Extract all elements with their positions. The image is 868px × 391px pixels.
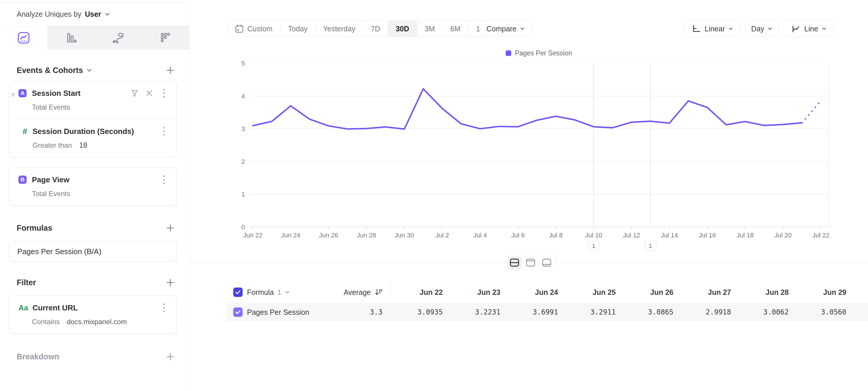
session-start-section: A Session Start Total Events [9, 81, 177, 119]
add-breakdown-button[interactable] [164, 351, 176, 363]
page-view-section: B Page View Total Events [9, 168, 177, 205]
row-series-name: Pages Per Session [247, 308, 338, 316]
tab-bar-report[interactable] [48, 26, 95, 50]
breakdown-header: Breakdown [17, 351, 176, 363]
line-chart[interactable]: 012345Jun 22Jun 24Jun 26Jun 28Jun 30Jul … [189, 0, 868, 264]
chevron-down-icon [105, 12, 110, 17]
breakdown-title: Breakdown [17, 352, 59, 361]
formula-column-header[interactable]: Formula 1 [247, 288, 338, 297]
event-b-card[interactable]: B Page View Total Events [9, 167, 177, 206]
svg-text:Jul 18: Jul 18 [737, 231, 754, 239]
current-url-section: Aa Current URL Containsdocs.mixpanel.com [9, 296, 177, 334]
filter-property[interactable]: Current URL [32, 303, 154, 312]
filter-condition[interactable]: Containsdocs.mixpanel.com [32, 318, 169, 326]
add-filter-button[interactable] [164, 277, 176, 288]
add-formula-button[interactable] [164, 222, 176, 234]
event-b-name[interactable]: Page View [32, 175, 154, 184]
date-column-header[interactable]: Jun 22 [390, 288, 447, 297]
average-column-header[interactable]: Average [338, 288, 384, 297]
cell-value: 3.0865 [620, 308, 678, 316]
insights-report-page: Analyze Uniques by User [0, 0, 868, 391]
svg-text:4: 4 [242, 93, 245, 100]
remove-event-icon[interactable] [144, 88, 154, 98]
numeric-property-icon: # [21, 127, 28, 136]
event-a-card[interactable]: A Session Start Total Events # [9, 81, 177, 158]
filter-operator[interactable]: Contains [32, 318, 60, 326]
session-duration-section: # Session Duration (Seconds) Greater tha… [9, 119, 177, 157]
date-column-header[interactable]: Jun 23 [447, 288, 505, 297]
event-a-name[interactable]: Session Start [32, 89, 125, 98]
table-view-toggle[interactable] [539, 256, 554, 269]
kebab-menu-icon[interactable] [159, 175, 169, 185]
cell-value: 3.0935 [390, 308, 447, 316]
row-checkbox[interactable] [233, 307, 243, 317]
formula-expression[interactable]: Pages Per Session (B/A) [17, 247, 101, 256]
tab-insights[interactable] [0, 26, 48, 50]
event-b-measure[interactable]: Total Events [32, 190, 169, 198]
svg-text:Jul 2: Jul 2 [435, 231, 449, 239]
query-builder-sidebar: Analyze Uniques by User [0, 3, 189, 391]
svg-text:0: 0 [242, 223, 245, 231]
svg-text:1: 1 [649, 243, 652, 249]
select-all-checkbox[interactable] [233, 287, 243, 297]
formulas-header: Formulas [17, 222, 176, 234]
kebab-menu-icon[interactable] [159, 88, 169, 98]
analyze-value-dropdown[interactable]: User [85, 10, 101, 19]
svg-text:1: 1 [242, 191, 245, 198]
svg-text:Jun 28: Jun 28 [357, 231, 376, 239]
svg-text:Jun 22: Jun 22 [243, 231, 262, 239]
filter-funnel-icon[interactable] [130, 88, 140, 98]
svg-text:Jul 4: Jul 4 [473, 231, 487, 239]
svg-text:Jul 22: Jul 22 [812, 231, 830, 239]
flows-icon [112, 31, 125, 45]
cell-value: 2.9918 [678, 308, 736, 316]
cell-value: 3.2911 [563, 308, 620, 316]
report-main-area: Custom Today Yesterday 7D 30D 3M 6M 12M … [189, 0, 868, 391]
svg-text:Jul 6: Jul 6 [511, 231, 525, 239]
formula-card[interactable]: Pages Per Session (B/A) [9, 242, 177, 261]
date-column-header[interactable]: Jun 29 [794, 288, 851, 297]
cell-value: 3.6991 [505, 308, 563, 316]
svg-text:2: 2 [242, 158, 245, 165]
date-column-header[interactable]: Jun 24 [505, 288, 563, 297]
events-cohorts-header: Events & Cohorts [17, 64, 176, 76]
tab-retention-report[interactable] [142, 26, 189, 50]
tab-flows-report[interactable] [95, 26, 142, 50]
cell-value: 3.2231 [447, 308, 505, 316]
event-a-measure[interactable]: Total Events [32, 103, 169, 111]
formulas-title: Formulas [17, 224, 52, 233]
date-column-header[interactable]: Jun 25 [563, 288, 620, 297]
report-type-tabs [0, 26, 189, 50]
svg-text:Jul 16: Jul 16 [699, 231, 716, 239]
chart-view-toggle[interactable] [523, 256, 538, 269]
layout-toggle-group [505, 255, 556, 271]
row-average-value: 3.3 [338, 308, 384, 316]
svg-text:Jul 20: Jul 20 [774, 231, 792, 239]
date-column-header[interactable]: Jun 26 [620, 288, 678, 297]
string-property-icon: Aa [19, 303, 30, 312]
add-event-button[interactable] [164, 64, 176, 76]
split-view-toggle[interactable] [507, 256, 522, 269]
bar-chart-icon [64, 31, 78, 45]
metric-condition[interactable]: Greater than10 [32, 141, 169, 149]
date-column-header[interactable]: Jun 27 [678, 288, 736, 297]
retention-grid-icon [159, 31, 172, 45]
chevron-down-icon [285, 290, 290, 294]
svg-text:Jul 8: Jul 8 [549, 231, 562, 239]
formula-header-label: Formula [247, 288, 274, 297]
kebab-menu-icon[interactable] [159, 126, 169, 136]
date-column-header[interactable]: Jun 28 [736, 288, 794, 297]
events-cohorts-title: Events & Cohorts [17, 66, 92, 75]
filter-value[interactable]: docs.mixpanel.com [67, 318, 127, 326]
filter-card[interactable]: Aa Current URL Containsdocs.mixpanel.com [9, 296, 177, 334]
metric-value[interactable]: 10 [79, 141, 88, 149]
table-row[interactable]: Pages Per Session 3.3 3.0935 3.2231 3.69… [226, 303, 868, 322]
svg-text:5: 5 [242, 60, 245, 67]
table-header-row: Formula 1 Average Jun 22 Jun 23 Jun 24 J… [189, 282, 868, 303]
metric-operator[interactable]: Greater than [32, 141, 72, 149]
drag-handle-icon[interactable] [11, 92, 16, 98]
average-header-label: Average [344, 288, 371, 297]
metric-name[interactable]: Session Duration (Seconds) [32, 127, 154, 136]
chevron-down-icon[interactable] [87, 68, 92, 73]
kebab-menu-icon[interactable] [159, 303, 169, 313]
